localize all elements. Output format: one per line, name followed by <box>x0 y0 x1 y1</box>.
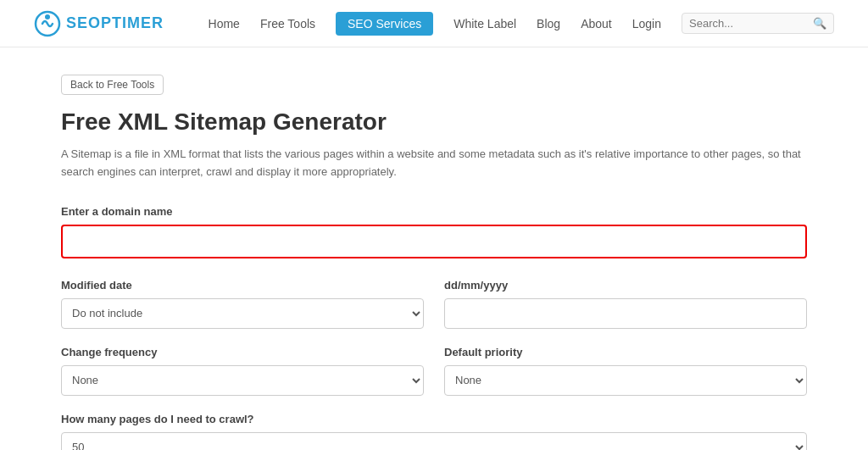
page-description: A Sitemap is a file in XML format that l… <box>61 146 807 181</box>
search-icon: 🔍 <box>813 17 826 30</box>
nav-link-home[interactable]: Home <box>209 17 240 31</box>
modified-date-row: Modified date Do not include Today Custo… <box>61 279 807 329</box>
nav-link-login[interactable]: Login <box>632 17 661 31</box>
nav-item-home[interactable]: Home <box>209 17 240 31</box>
change-freq-group: Change frequency None Always Hourly Dail… <box>61 346 424 396</box>
nav-links: Home Free Tools SEO Services White Label… <box>209 17 661 31</box>
change-freq-label: Change frequency <box>61 346 424 358</box>
logo-text: SEOPTIMER <box>66 14 164 32</box>
pages-group: How many pages do I need to crawl? 50 10… <box>61 413 807 450</box>
back-to-free-tools-link[interactable]: Back to Free Tools <box>61 75 164 95</box>
nav-item-seo-services[interactable]: SEO Services <box>336 17 433 31</box>
pages-label: How many pages do I need to crawl? <box>61 413 807 425</box>
main-content: Back to Free Tools Free XML Sitemap Gene… <box>27 47 841 450</box>
svg-point-1 <box>45 14 50 19</box>
modified-date-label: Modified date <box>61 279 424 292</box>
modified-date-select[interactable]: Do not include Today Custom <box>61 298 424 329</box>
navigation: SEOPTIMER Home Free Tools SEO Services W… <box>0 0 868 47</box>
nav-link-free-tools[interactable]: Free Tools <box>260 17 315 31</box>
nav-link-seo-services[interactable]: SEO Services <box>336 12 433 36</box>
domain-input[interactable] <box>61 225 807 258</box>
date-label: dd/mm/yyyy <box>444 279 807 292</box>
logo-icon <box>34 10 61 37</box>
domain-label: Enter a domain name <box>61 205 807 218</box>
page-title: Free XML Sitemap Generator <box>61 108 807 136</box>
nav-item-blog[interactable]: Blog <box>537 17 560 31</box>
nav-link-about[interactable]: About <box>581 17 612 31</box>
logo-link[interactable]: SEOPTIMER <box>34 10 164 37</box>
change-freq-select[interactable]: None Always Hourly Daily Weekly Monthly … <box>61 365 424 396</box>
date-input[interactable] <box>444 298 807 329</box>
freq-priority-row: Change frequency None Always Hourly Dail… <box>61 346 807 396</box>
pages-input-wrap: 50 100 200 500 <box>61 432 807 450</box>
pages-select[interactable]: 50 100 200 500 <box>61 432 807 450</box>
modified-date-group: Modified date Do not include Today Custo… <box>61 279 424 329</box>
search-box: 🔍 <box>682 13 834 34</box>
default-priority-group: Default priority None 0.1 0.5 1.0 <box>444 346 807 396</box>
nav-link-blog[interactable]: Blog <box>537 17 560 31</box>
nav-item-about[interactable]: About <box>581 17 612 31</box>
search-input[interactable] <box>689 17 808 30</box>
nav-item-login[interactable]: Login <box>632 17 661 31</box>
default-priority-label: Default priority <box>444 346 807 358</box>
date-group: dd/mm/yyyy <box>444 279 807 329</box>
nav-item-white-label[interactable]: White Label <box>453 17 516 31</box>
nav-link-white-label[interactable]: White Label <box>453 17 516 31</box>
nav-item-free-tools[interactable]: Free Tools <box>260 17 315 31</box>
default-priority-select[interactable]: None 0.1 0.5 1.0 <box>444 365 807 396</box>
